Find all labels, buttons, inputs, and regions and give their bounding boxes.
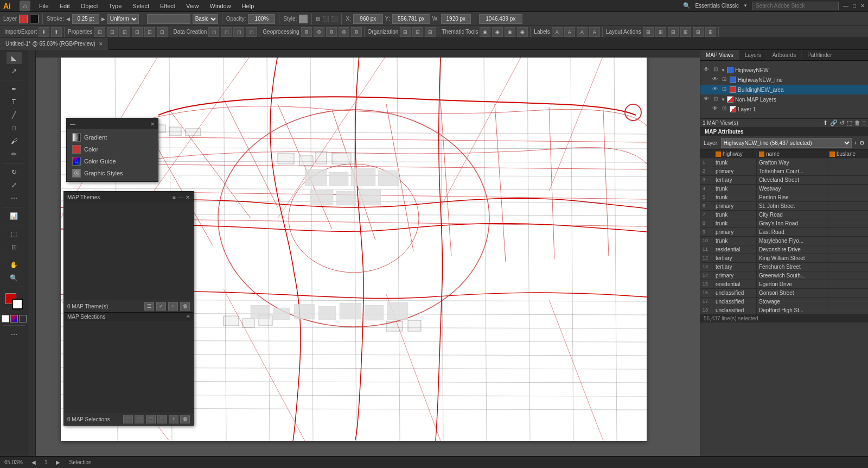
menu-help[interactable]: Help [240, 2, 257, 10]
menu-select[interactable]: Select [130, 2, 151, 10]
selections-btn2[interactable]: ⬚ [135, 415, 144, 423]
props-btn2[interactable]: ⊡ [107, 27, 118, 37]
align-center-icon[interactable]: ⬛ [331, 16, 337, 22]
map-views-link-icon[interactable]: 🔗 [830, 119, 838, 127]
maximize-icon[interactable]: □ [853, 3, 856, 9]
building-area-lock[interactable]: ⊡ [720, 86, 728, 93]
map-views-delete-icon[interactable]: 🗑 [854, 119, 860, 127]
org-btn2[interactable]: ⊟ [412, 27, 423, 37]
canvas-area[interactable]: Untitled-1* [28, 50, 700, 456]
stroke-value-input[interactable] [72, 14, 99, 24]
selections-btn4[interactable]: ⬚ [157, 415, 167, 423]
themes-delete-btn[interactable]: 🗑 [180, 302, 190, 311]
pencil-tool[interactable]: ✏ [7, 148, 22, 160]
artboard-tool[interactable]: ⬚ [7, 228, 22, 240]
type-tool[interactable]: T [7, 96, 22, 108]
highway-group-eye[interactable]: 👁 [703, 66, 710, 74]
stroke-decrease-icon[interactable]: ◀ [66, 16, 70, 22]
table-row[interactable]: 17 unclassified Stowage [700, 298, 868, 306]
themes-check-btn[interactable]: ✓ [156, 302, 166, 311]
direct-selection-tool[interactable]: ↗ [7, 65, 22, 77]
props-btn4[interactable]: ⊡ [132, 27, 143, 37]
color-item[interactable]: Color [69, 143, 156, 155]
rotate-tool[interactable]: ↻ [7, 166, 22, 178]
themes-add-btn[interactable]: + [168, 302, 178, 311]
color-guide-item[interactable]: □ Color Guide [69, 155, 156, 167]
table-row[interactable]: 7 trunk City Road [700, 211, 868, 219]
props-btn6[interactable]: ⊡ [157, 27, 168, 37]
table-row[interactable]: 2 primary Tottenham Court... [700, 167, 868, 176]
pen-tool[interactable]: ✒ [7, 83, 22, 95]
tab-close-icon[interactable]: ✕ [99, 41, 103, 47]
map-selections-menu-icon[interactable]: ≡ [187, 314, 190, 320]
org-btn3[interactable]: ⊟ [425, 27, 436, 37]
stroke-pattern-input[interactable] [147, 14, 190, 24]
labels-btn2[interactable]: A [564, 27, 575, 37]
col-buslane[interactable]: buslane [827, 150, 868, 158]
none-color-btn[interactable] [2, 315, 9, 322]
map-themes-minimize[interactable]: — [178, 194, 183, 200]
table-row[interactable]: 13 tertiary Fenchurch Street [700, 263, 868, 271]
menu-object[interactable]: Object [79, 2, 100, 10]
table-row[interactable]: 12 tertiary King William Street [700, 254, 868, 263]
grid-icon[interactable]: ⊞ [316, 16, 320, 22]
minimize-icon[interactable]: — [843, 3, 848, 9]
map-themes-menu-icon[interactable]: ≡ [173, 194, 176, 200]
table-row[interactable]: 11 residential Devonshire Drive [700, 245, 868, 254]
building-area-eye[interactable]: 👁 [711, 86, 719, 93]
map-themes-header[interactable]: MAP Themes ≡ — ✕ [64, 192, 193, 203]
data-btn4[interactable]: ◻ [246, 27, 257, 37]
x-input[interactable] [353, 14, 383, 24]
line-tool[interactable]: ╱ [7, 109, 22, 121]
blend-tool[interactable]: ⋯ [7, 192, 22, 204]
y-input[interactable] [392, 14, 430, 24]
layout-btn5[interactable]: ⊞ [693, 27, 704, 37]
geo-btn1[interactable]: ⚙ [301, 27, 312, 37]
gradient-item[interactable]: □ Gradient [69, 131, 156, 143]
labels-btn4[interactable]: A [589, 27, 600, 37]
non-map-eye[interactable]: 👁 [703, 96, 710, 103]
opacity-input[interactable] [248, 14, 275, 24]
scale-tool[interactable]: ⤢ [7, 179, 22, 191]
highway-line-lock[interactable]: ⊡ [720, 76, 728, 84]
w-input[interactable] [441, 14, 471, 24]
map-attr-settings-icon[interactable]: ⚙ [859, 140, 865, 147]
h-input[interactable] [479, 14, 522, 24]
themes-list-btn[interactable]: ☰ [144, 302, 154, 311]
gradient-btn[interactable] [10, 315, 18, 322]
layer-color-swatch[interactable] [19, 15, 28, 23]
menu-file[interactable]: File [37, 2, 51, 10]
stroke-style-select[interactable]: Basic [193, 14, 218, 24]
map-views-refresh-icon[interactable]: ↺ [840, 119, 845, 127]
tab-map-views[interactable]: MAP Views [700, 50, 739, 60]
col-highway[interactable]: highway [713, 150, 757, 158]
rect-tool[interactable]: □ [7, 122, 22, 134]
paintbrush-tool[interactable]: 🖌 [7, 135, 22, 147]
map-views-btn4[interactable]: ⬚ [847, 119, 852, 127]
graphic-styles-item[interactable]: Ⓐ Graphic Styles [69, 167, 156, 179]
selections-btn1[interactable]: ⬚ [123, 415, 133, 423]
stroke-color-swatch[interactable] [30, 15, 39, 23]
data-btn1[interactable]: ◻ [208, 27, 219, 37]
highway-line-layer[interactable]: 👁 ⊡ HighwayNEW_line [700, 75, 868, 85]
map-attr-layer-select[interactable]: HighwayNEW_line (56,437 selected) [721, 138, 852, 148]
table-row[interactable]: 5 trunk Penton Rise [700, 193, 868, 202]
page-nav-next[interactable]: ▶ [56, 459, 60, 465]
tab-artboards[interactable]: Artboards [767, 50, 802, 60]
tab-pathfinder[interactable]: Pathfinder [802, 50, 838, 60]
selection-tool[interactable]: ◣ [7, 52, 22, 64]
layout-btn3[interactable]: ⊞ [668, 27, 679, 37]
stock-search-input[interactable] [752, 2, 839, 10]
import-btn[interactable]: ⬇ [39, 27, 49, 37]
table-row[interactable]: 15 residential Egerton Drive [700, 280, 868, 289]
stroke-color-box[interactable] [12, 299, 23, 309]
data-btn3[interactable]: ◻ [233, 27, 244, 37]
layout-btn2[interactable]: ⊞ [655, 27, 666, 37]
layer1-lock[interactable]: ⊡ [720, 105, 728, 113]
org-btn1[interactable]: ⊟ [400, 27, 411, 37]
geo-btn4[interactable]: ⚙ [339, 27, 349, 37]
highway-new-group-header[interactable]: 👁 ⊡ ▼ HighwayNEW [700, 65, 868, 75]
data-btn2[interactable]: ◻ [221, 27, 232, 37]
table-row[interactable]: 3 tertiary Cleveland Street [700, 176, 868, 185]
zoom-tool[interactable]: 🔍 [7, 272, 22, 284]
